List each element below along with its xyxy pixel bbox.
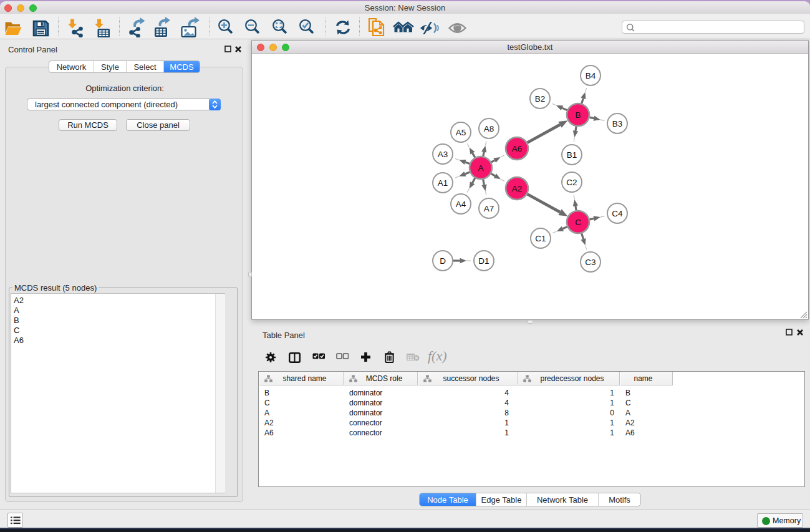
svg-text:A3: A3 — [438, 150, 448, 159]
svg-text:B4: B4 — [586, 71, 596, 80]
svg-text:C: C — [575, 218, 581, 227]
svg-text:B: B — [575, 110, 581, 120]
svg-text:C2: C2 — [566, 178, 577, 187]
svg-text:A7: A7 — [484, 204, 494, 213]
svg-text:B3: B3 — [612, 119, 623, 128]
svg-text:A5: A5 — [456, 128, 466, 137]
svg-text:A1: A1 — [438, 178, 448, 188]
svg-text:C4: C4 — [612, 209, 623, 218]
svg-text:A8: A8 — [484, 124, 494, 133]
svg-text:A4: A4 — [456, 200, 466, 209]
svg-text:B1: B1 — [567, 150, 577, 160]
svg-text:A2: A2 — [512, 184, 523, 193]
svg-text:D: D — [440, 256, 446, 266]
svg-text:C1: C1 — [535, 234, 546, 243]
svg-text:B2: B2 — [535, 94, 546, 104]
svg-text:C3: C3 — [585, 258, 595, 267]
svg-text:A: A — [478, 163, 483, 173]
svg-text:A6: A6 — [512, 144, 523, 153]
svg-text:D1: D1 — [478, 256, 489, 266]
